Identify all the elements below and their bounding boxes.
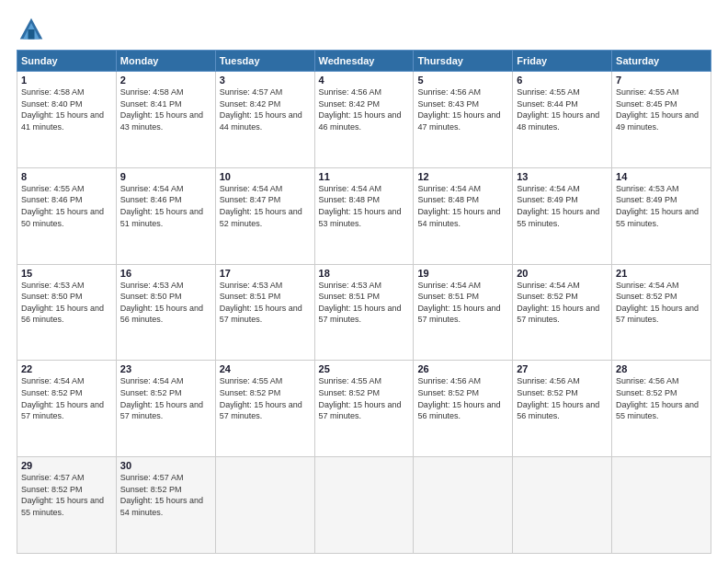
day-number: 11	[319, 171, 410, 182]
empty-cell	[414, 457, 513, 554]
day-info: Sunrise: 4:54 AMSunset: 8:48 PMDaylight:…	[319, 183, 410, 229]
day-cell-6: 6Sunrise: 4:55 AMSunset: 8:44 PMDaylight…	[513, 72, 612, 168]
day-info: Sunrise: 4:57 AMSunset: 8:42 PMDaylight:…	[220, 86, 311, 132]
day-info: Sunrise: 4:53 AMSunset: 8:51 PMDaylight:…	[220, 280, 311, 326]
day-number: 10	[220, 171, 311, 182]
day-number: 7	[616, 75, 707, 86]
day-info: Sunrise: 4:55 AMSunset: 8:46 PMDaylight:…	[21, 183, 112, 229]
empty-cell	[215, 457, 314, 554]
day-cell-24: 24Sunrise: 4:55 AMSunset: 8:52 PMDayligh…	[215, 361, 314, 457]
day-number: 27	[517, 363, 608, 374]
day-number: 16	[120, 268, 211, 279]
day-number: 19	[417, 268, 508, 279]
day-number: 8	[21, 171, 112, 182]
day-info: Sunrise: 4:55 AMSunset: 8:52 PMDaylight:…	[220, 375, 311, 421]
day-number: 3	[220, 75, 311, 86]
day-info: Sunrise: 4:54 AMSunset: 8:52 PMDaylight:…	[616, 280, 707, 326]
day-info: Sunrise: 4:53 AMSunset: 8:49 PMDaylight:…	[616, 183, 707, 229]
week-row-5: 29Sunrise: 4:57 AMSunset: 8:52 PMDayligh…	[17, 457, 711, 554]
empty-cell	[513, 457, 612, 554]
day-header-saturday: Saturday	[612, 51, 711, 72]
day-info: Sunrise: 4:54 AMSunset: 8:51 PMDaylight:…	[417, 280, 508, 326]
day-cell-21: 21Sunrise: 4:54 AMSunset: 8:52 PMDayligh…	[612, 264, 711, 361]
day-cell-29: 29Sunrise: 4:57 AMSunset: 8:52 PMDayligh…	[17, 457, 117, 554]
day-info: Sunrise: 4:54 AMSunset: 8:46 PMDaylight:…	[120, 183, 211, 229]
day-number: 6	[517, 75, 608, 86]
day-info: Sunrise: 4:57 AMSunset: 8:52 PMDaylight:…	[21, 472, 112, 518]
day-info: Sunrise: 4:54 AMSunset: 8:48 PMDaylight:…	[417, 183, 508, 229]
day-number: 22	[21, 363, 112, 374]
day-cell-4: 4Sunrise: 4:56 AMSunset: 8:42 PMDaylight…	[314, 72, 414, 168]
day-info: Sunrise: 4:55 AMSunset: 8:45 PMDaylight:…	[616, 86, 707, 132]
day-number: 21	[616, 268, 707, 279]
empty-cell	[612, 457, 711, 554]
week-row-2: 8Sunrise: 4:55 AMSunset: 8:46 PMDaylight…	[17, 167, 711, 264]
day-header-monday: Monday	[116, 51, 215, 72]
day-cell-27: 27Sunrise: 4:56 AMSunset: 8:52 PMDayligh…	[513, 361, 612, 457]
day-cell-15: 15Sunrise: 4:53 AMSunset: 8:50 PMDayligh…	[17, 264, 117, 361]
calendar-header-row: SundayMondayTuesdayWednesdayThursdayFrid…	[17, 51, 711, 72]
day-cell-16: 16Sunrise: 4:53 AMSunset: 8:50 PMDayligh…	[116, 264, 215, 361]
day-info: Sunrise: 4:53 AMSunset: 8:50 PMDaylight:…	[120, 280, 211, 326]
day-cell-18: 18Sunrise: 4:53 AMSunset: 8:51 PMDayligh…	[314, 264, 414, 361]
day-cell-13: 13Sunrise: 4:54 AMSunset: 8:49 PMDayligh…	[513, 167, 612, 264]
day-number: 30	[120, 460, 211, 471]
day-number: 29	[21, 460, 112, 471]
day-cell-23: 23Sunrise: 4:54 AMSunset: 8:52 PMDayligh…	[116, 361, 215, 457]
day-cell-7: 7Sunrise: 4:55 AMSunset: 8:45 PMDaylight…	[612, 72, 711, 168]
day-info: Sunrise: 4:54 AMSunset: 8:49 PMDaylight:…	[517, 183, 608, 229]
day-cell-25: 25Sunrise: 4:55 AMSunset: 8:52 PMDayligh…	[314, 361, 414, 457]
day-number: 1	[21, 75, 112, 86]
day-number: 23	[120, 363, 211, 374]
svg-rect-2	[28, 29, 35, 40]
day-header-sunday: Sunday	[17, 51, 117, 72]
day-cell-11: 11Sunrise: 4:54 AMSunset: 8:48 PMDayligh…	[314, 167, 414, 264]
day-cell-28: 28Sunrise: 4:56 AMSunset: 8:52 PMDayligh…	[612, 361, 711, 457]
day-cell-22: 22Sunrise: 4:54 AMSunset: 8:52 PMDayligh…	[17, 361, 117, 457]
day-number: 17	[220, 268, 311, 279]
day-cell-8: 8Sunrise: 4:55 AMSunset: 8:46 PMDaylight…	[17, 167, 117, 264]
day-info: Sunrise: 4:54 AMSunset: 8:47 PMDaylight:…	[220, 183, 311, 229]
day-number: 4	[319, 75, 410, 86]
day-header-tuesday: Tuesday	[215, 51, 314, 72]
day-cell-26: 26Sunrise: 4:56 AMSunset: 8:52 PMDayligh…	[414, 361, 513, 457]
logo	[17, 17, 50, 42]
day-number: 15	[21, 268, 112, 279]
calendar-body: 1Sunrise: 4:58 AMSunset: 8:40 PMDaylight…	[17, 72, 711, 554]
empty-cell	[314, 457, 414, 554]
day-cell-14: 14Sunrise: 4:53 AMSunset: 8:49 PMDayligh…	[612, 167, 711, 264]
day-info: Sunrise: 4:54 AMSunset: 8:52 PMDaylight:…	[120, 375, 211, 421]
day-cell-17: 17Sunrise: 4:53 AMSunset: 8:51 PMDayligh…	[215, 264, 314, 361]
day-cell-1: 1Sunrise: 4:58 AMSunset: 8:40 PMDaylight…	[17, 72, 117, 168]
day-number: 20	[517, 268, 608, 279]
day-info: Sunrise: 4:57 AMSunset: 8:52 PMDaylight:…	[120, 472, 211, 518]
header	[17, 17, 711, 42]
day-info: Sunrise: 4:56 AMSunset: 8:52 PMDaylight:…	[517, 375, 608, 421]
day-info: Sunrise: 4:53 AMSunset: 8:51 PMDaylight:…	[319, 280, 410, 326]
day-number: 26	[417, 363, 508, 374]
week-row-1: 1Sunrise: 4:58 AMSunset: 8:40 PMDaylight…	[17, 72, 711, 168]
day-number: 14	[616, 171, 707, 182]
day-cell-2: 2Sunrise: 4:58 AMSunset: 8:41 PMDaylight…	[116, 72, 215, 168]
day-info: Sunrise: 4:53 AMSunset: 8:50 PMDaylight:…	[21, 280, 112, 326]
logo-icon	[17, 17, 46, 42]
day-info: Sunrise: 4:58 AMSunset: 8:40 PMDaylight:…	[21, 86, 112, 132]
day-number: 5	[417, 75, 508, 86]
day-cell-19: 19Sunrise: 4:54 AMSunset: 8:51 PMDayligh…	[414, 264, 513, 361]
day-cell-30: 30Sunrise: 4:57 AMSunset: 8:52 PMDayligh…	[116, 457, 215, 554]
day-cell-12: 12Sunrise: 4:54 AMSunset: 8:48 PMDayligh…	[414, 167, 513, 264]
day-cell-3: 3Sunrise: 4:57 AMSunset: 8:42 PMDaylight…	[215, 72, 314, 168]
day-info: Sunrise: 4:56 AMSunset: 8:52 PMDaylight:…	[417, 375, 508, 421]
day-info: Sunrise: 4:54 AMSunset: 8:52 PMDaylight:…	[517, 280, 608, 326]
day-number: 25	[319, 363, 410, 374]
day-info: Sunrise: 4:58 AMSunset: 8:41 PMDaylight:…	[120, 86, 211, 132]
day-number: 9	[120, 171, 211, 182]
day-number: 12	[417, 171, 508, 182]
day-info: Sunrise: 4:56 AMSunset: 8:52 PMDaylight:…	[616, 375, 707, 421]
day-info: Sunrise: 4:54 AMSunset: 8:52 PMDaylight:…	[21, 375, 112, 421]
day-number: 24	[220, 363, 311, 374]
day-header-friday: Friday	[513, 51, 612, 72]
week-row-4: 22Sunrise: 4:54 AMSunset: 8:52 PMDayligh…	[17, 361, 711, 457]
day-cell-20: 20Sunrise: 4:54 AMSunset: 8:52 PMDayligh…	[513, 264, 612, 361]
day-header-wednesday: Wednesday	[314, 51, 414, 72]
